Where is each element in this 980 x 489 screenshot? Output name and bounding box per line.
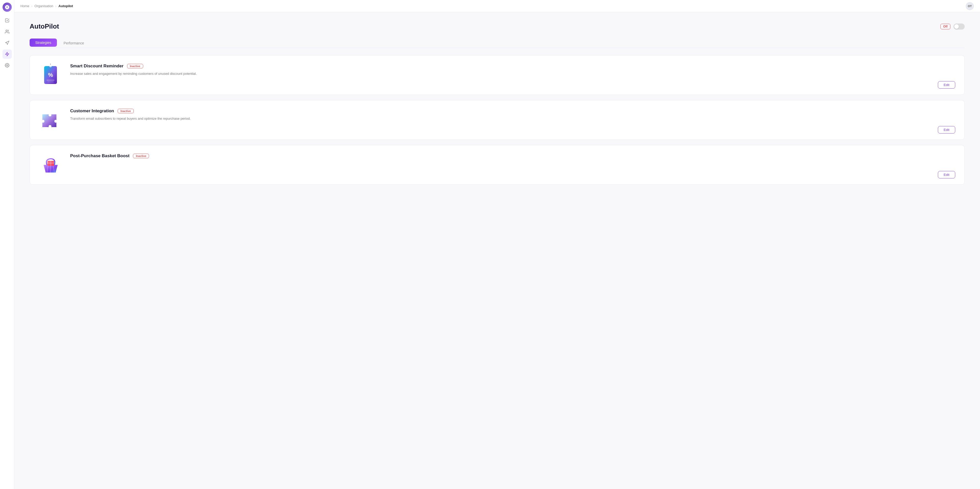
breadcrumb-sep-2: ›: [56, 4, 56, 8]
svg-point-0: [6, 30, 7, 31]
customer-integration-edit-button[interactable]: Edit: [938, 126, 955, 134]
smart-discount-edit-button[interactable]: Edit: [938, 81, 955, 89]
post-purchase-body: Post-Purchase Basket Boost Inactive: [70, 153, 955, 161]
tabs: Strategies Performance: [30, 38, 965, 48]
customer-integration-title-row: Customer Integration Inactive: [70, 108, 955, 113]
smart-discount-icon: %: [39, 64, 62, 86]
svg-point-4: [49, 65, 52, 67]
header-controls: Off: [940, 24, 965, 30]
svg-text:%: %: [48, 72, 53, 78]
breadcrumb-org[interactable]: Organisation: [35, 4, 53, 8]
strategy-card-customer-integration: Customer Integration Inactive Transform …: [30, 100, 965, 140]
svg-marker-1: [5, 52, 9, 56]
sidebar-item-settings[interactable]: [3, 61, 12, 70]
strategy-card-smart-discount: % Smart Discount Reminder Inactive Incre…: [30, 55, 965, 95]
post-purchase-title-row: Post-Purchase Basket Boost Inactive: [70, 153, 955, 158]
main-wrapper: Home › Organisation › Autopilot OT AutoP…: [14, 0, 980, 489]
customer-integration-title: Customer Integration: [70, 108, 114, 113]
tab-strategies[interactable]: Strategies: [30, 38, 57, 47]
sidebar-item-users[interactable]: [3, 27, 12, 36]
smart-discount-title: Smart Discount Reminder: [70, 64, 124, 68]
autopilot-status-badge: Off: [940, 24, 950, 29]
smart-discount-desc: Increase sales and engagement by remindi…: [70, 71, 955, 76]
sidebar: [0, 0, 14, 489]
user-avatar[interactable]: OT: [966, 2, 974, 10]
smart-discount-body: Smart Discount Reminder Inactive Increas…: [70, 64, 955, 76]
customer-integration-desc: Transform email subscribers to repeat bu…: [70, 116, 955, 121]
sidebar-item-megaphone[interactable]: [3, 38, 12, 48]
tab-performance[interactable]: Performance: [58, 38, 89, 48]
sidebar-item-tasks[interactable]: [3, 16, 12, 25]
sidebar-item-autopilot[interactable]: [3, 49, 12, 59]
smart-discount-status: Inactive: [127, 64, 143, 68]
post-purchase-icon: [39, 153, 62, 176]
app-logo[interactable]: [3, 3, 12, 12]
smart-discount-title-row: Smart Discount Reminder Inactive: [70, 64, 955, 68]
breadcrumb-sep-1: ›: [32, 4, 32, 8]
autopilot-toggle[interactable]: [953, 24, 965, 30]
post-purchase-status: Inactive: [133, 154, 149, 158]
breadcrumb-current: Autopilot: [59, 4, 73, 8]
page-header: AutoPilot Off: [30, 22, 965, 30]
strategy-card-post-purchase: Post-Purchase Basket Boost Inactive Edit: [30, 145, 965, 185]
customer-integration-status: Inactive: [118, 109, 134, 113]
post-purchase-edit-button[interactable]: Edit: [938, 171, 955, 178]
customer-integration-icon: [39, 108, 62, 131]
breadcrumb: Home › Organisation › Autopilot: [21, 4, 73, 8]
post-purchase-title: Post-Purchase Basket Boost: [70, 153, 129, 158]
customer-integration-body: Customer Integration Inactive Transform …: [70, 108, 955, 121]
topbar: Home › Organisation › Autopilot OT: [14, 0, 980, 12]
page-title: AutoPilot: [30, 22, 59, 30]
main-content: AutoPilot Off Strategies Performance: [14, 12, 980, 489]
breadcrumb-home[interactable]: Home: [21, 4, 29, 8]
svg-point-2: [6, 65, 8, 66]
